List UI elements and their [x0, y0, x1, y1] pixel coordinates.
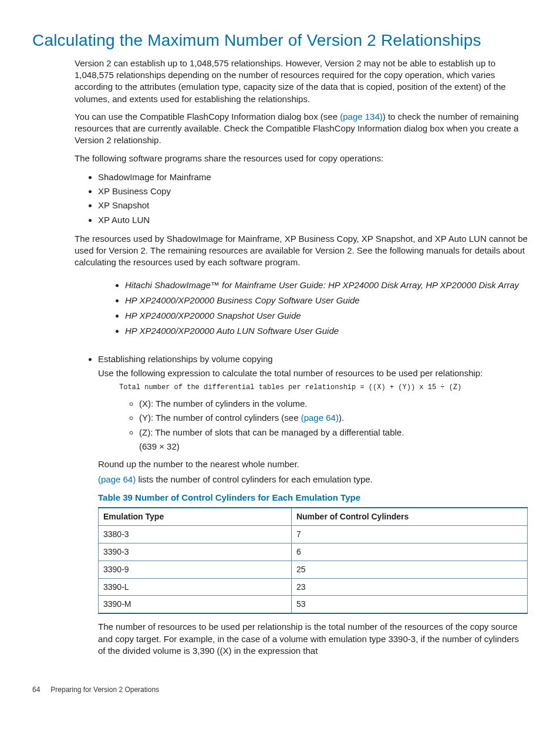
def-x: (X): The number of cylinders in the volu… — [139, 397, 528, 411]
control-cylinders-table: Emulation Type Number of Control Cylinde… — [98, 507, 528, 614]
def-z-value: (639 × 32) — [139, 441, 528, 453]
body-content: Version 2 can establish up to 1,048,575 … — [75, 58, 528, 661]
def-y: (Y): The number of control cylinders (se… — [139, 411, 528, 425]
def-y-text-b: ). — [339, 413, 344, 423]
variable-definitions: (X): The number of cylinders in the volu… — [98, 397, 528, 454]
establishing-bullet: Establishing relationships by volume cop… — [75, 352, 528, 662]
page64-rest: lists the number of control cylinders fo… — [136, 474, 373, 484]
paragraph-flashcopy: You can use the Compatible FlashCopy Inf… — [75, 111, 528, 147]
code-expression: Total number of the differential tables … — [119, 383, 528, 392]
list-item: ShadowImage for Mainframe — [98, 170, 528, 184]
paragraph-after-table: The number of resources to be used per r… — [98, 621, 528, 657]
th-emulation-type: Emulation Type — [99, 508, 292, 525]
list-item: HP XP24000/XP20000 Snapshot User Guide — [125, 308, 528, 323]
round-note: Round up the number to the nearest whole… — [98, 458, 528, 470]
page64-note: (page 64) lists the number of control cy… — [98, 474, 528, 485]
establishing-heading: Establishing relationships by volume cop… — [98, 354, 273, 364]
list-item: XP Auto LUN — [98, 213, 528, 227]
text-before-link: You can use the Compatible FlashCopy Inf… — [75, 112, 340, 121]
paragraph-intro: Version 2 can establish up to 1,048,575 … — [75, 58, 528, 105]
list-item: HP XP24000/XP20000 Auto LUN Software Use… — [125, 323, 528, 339]
page-heading: Calculating the Maximum Number of Versio… — [32, 29, 528, 52]
paragraph-resources-used: The resources used by ShadowImage for Ma… — [75, 233, 528, 269]
page-number: 64 — [32, 685, 49, 694]
software-list: ShadowImage for Mainframe XP Business Co… — [75, 170, 528, 227]
list-item: XP Business Copy — [98, 184, 528, 198]
cell: 3390-3 — [99, 543, 292, 561]
table-header-row: Emulation Type Number of Control Cylinde… — [99, 508, 528, 525]
list-item: HP XP24000/XP20000 Business Copy Softwar… — [125, 293, 528, 308]
cell: 3390-L — [99, 578, 292, 596]
cell: 6 — [291, 543, 527, 561]
cell: 3390-9 — [99, 561, 292, 578]
cell: 53 — [291, 596, 527, 613]
link-page-64-a[interactable]: (page 64) — [301, 413, 339, 423]
def-z-text: (Z): The number of slots that can be man… — [139, 427, 404, 437]
cell: 3390-M — [99, 596, 292, 613]
link-page-64-b[interactable]: (page 64) — [98, 474, 136, 484]
table-row: 3380-3 7 — [99, 525, 528, 543]
th-num-cylinders: Number of Control Cylinders — [291, 508, 527, 525]
def-z: (Z): The number of slots that can be man… — [139, 426, 528, 454]
cell: 23 — [291, 578, 527, 596]
paragraph-share-resources: The following software programs share th… — [75, 153, 528, 164]
table-row: 3390-9 25 — [99, 561, 528, 578]
cell: 7 — [291, 525, 527, 543]
page-footer: 64 Preparing for Version 2 Operations — [32, 685, 528, 694]
cell: 3380-3 — [99, 525, 292, 543]
table-row: 3390-3 6 — [99, 543, 528, 561]
manuals-list: Hitachi ShadowImage™ for Mainframe User … — [102, 278, 528, 339]
table-caption: Table 39 Number of Control Cylinders for… — [98, 492, 528, 504]
cell: 25 — [291, 561, 527, 578]
list-item-establishing: Establishing relationships by volume cop… — [98, 352, 528, 662]
list-item: XP Snapshot — [98, 198, 528, 212]
establishing-para: Use the following expression to calculat… — [98, 367, 528, 379]
table-row: 3390-M 53 — [99, 596, 528, 613]
link-page-134[interactable]: (page 134) — [340, 112, 383, 121]
list-item: Hitachi ShadowImage™ for Mainframe User … — [125, 278, 528, 293]
footer-title: Preparing for Version 2 Operations — [50, 686, 159, 694]
table-row: 3390-L 23 — [99, 578, 528, 596]
def-y-text-a: (Y): The number of control cylinders (se… — [139, 413, 301, 423]
